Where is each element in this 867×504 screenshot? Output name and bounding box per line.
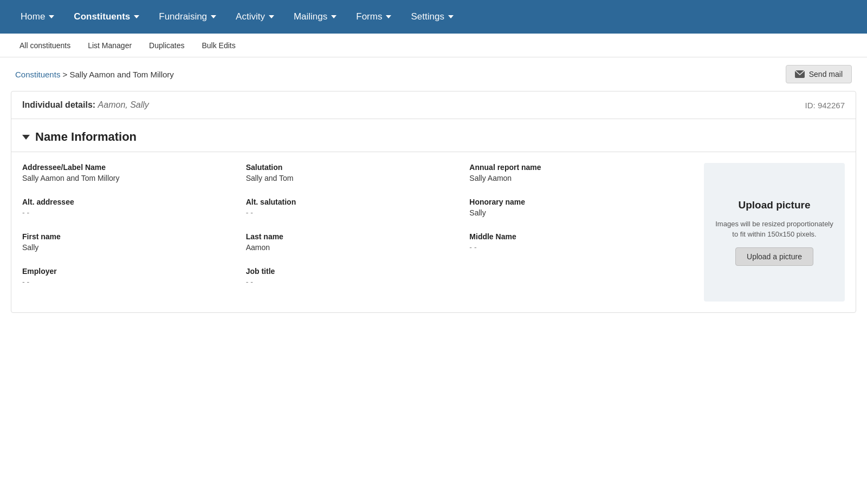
nav-activity-label: Activity — [236, 11, 265, 22]
chevron-down-icon — [331, 15, 337, 18]
nav-activity[interactable]: Activity — [226, 0, 284, 34]
nav-home[interactable]: Home — [11, 0, 64, 34]
field-salutation: Salutation Sally and Tom — [246, 163, 470, 182]
nav-forms-label: Forms — [356, 11, 382, 22]
fields-row-2: Alt. addressee - - Alt. salutation - - H… — [22, 198, 693, 217]
nav-fundraising[interactable]: Fundraising — [149, 0, 226, 34]
section-collapse-icon[interactable] — [22, 135, 30, 140]
upload-picture-title: Upload picture — [738, 199, 810, 211]
middle-name-label: Middle Name — [469, 232, 682, 241]
upload-picture-description: Images will be resized proportionately t… — [715, 219, 834, 240]
field-first-name: First name Sally — [22, 232, 246, 252]
honorary-name-label: Honorary name — [469, 198, 682, 206]
chevron-down-icon — [269, 15, 274, 18]
fields-area: Addressee/Label Name Sally Aamon and Tom… — [11, 152, 856, 312]
honorary-name-value: Sally — [469, 208, 682, 217]
top-navigation: Home Constituents Fundraising Activity M… — [0, 0, 867, 34]
nav-forms[interactable]: Forms — [346, 0, 401, 34]
chevron-down-icon — [49, 15, 54, 18]
fields-row-3: First name Sally Last name Aamon Middle … — [22, 232, 693, 252]
alt-addressee-value: - - — [22, 208, 235, 217]
field-middle-name: Middle Name - - — [469, 232, 693, 252]
nav-mailings[interactable]: Mailings — [284, 0, 346, 34]
chevron-down-icon — [448, 15, 454, 18]
employer-value: - - — [22, 278, 235, 286]
field-alt-salutation: Alt. salutation - - — [246, 198, 470, 217]
salutation-label: Salutation — [246, 163, 459, 172]
upload-picture-button[interactable]: Upload a picture — [735, 247, 813, 266]
first-name-label: First name — [22, 232, 235, 241]
fields-row-1: Addressee/Label Name Sally Aamon and Tom… — [22, 163, 693, 182]
alt-salutation-value: - - — [246, 208, 459, 217]
section-title: Name Information — [35, 130, 137, 144]
last-name-value: Aamon — [246, 243, 459, 252]
subnav-all-constituents[interactable]: All constituents — [11, 34, 79, 57]
subnav-list-manager[interactable]: List Manager — [79, 34, 140, 57]
individual-details-card: Individual details: Aamon, Sally ID: 942… — [11, 91, 856, 313]
subnav-bulk-edits[interactable]: Bulk Edits — [193, 34, 244, 57]
upload-picture-panel: Upload picture Images will be resized pr… — [704, 163, 845, 302]
field-job-title: Job title - - — [246, 267, 470, 286]
card-header: Individual details: Aamon, Sally ID: 942… — [11, 91, 856, 119]
card-header-name: Aamon, Sally — [98, 100, 149, 109]
field-annual-report-name: Annual report name Sally Aamon — [469, 163, 693, 182]
nav-home-label: Home — [21, 11, 45, 22]
mail-icon — [795, 70, 805, 78]
chevron-down-icon — [211, 15, 216, 18]
field-last-name: Last name Aamon — [246, 232, 470, 252]
card-header-title: Individual details: Aamon, Sally — [22, 100, 149, 110]
fields-main: Addressee/Label Name Sally Aamon and Tom… — [22, 163, 693, 302]
nav-constituents[interactable]: Constituents — [64, 0, 149, 34]
last-name-label: Last name — [246, 232, 459, 241]
id-label: ID: — [805, 101, 816, 110]
nav-settings[interactable]: Settings — [401, 0, 463, 34]
card-header-id: ID: 942267 — [805, 101, 845, 110]
job-title-value: - - — [246, 278, 459, 286]
field-honorary-name: Honorary name Sally — [469, 198, 693, 217]
send-mail-button[interactable]: Send mail — [786, 65, 852, 83]
send-mail-label: Send mail — [809, 70, 843, 78]
chevron-down-icon — [134, 15, 139, 18]
chevron-down-icon — [386, 15, 391, 18]
sub-navigation: All constituents List Manager Duplicates… — [0, 34, 867, 57]
annual-report-name-label: Annual report name — [469, 163, 682, 172]
breadcrumb: Constituents > Sally Aamon and Tom Millo… — [15, 70, 174, 79]
breadcrumb-bar: Constituents > Sally Aamon and Tom Millo… — [0, 57, 867, 91]
subnav-duplicates[interactable]: Duplicates — [140, 34, 193, 57]
id-value: 942267 — [818, 101, 845, 110]
nav-settings-label: Settings — [411, 11, 444, 22]
nav-mailings-label: Mailings — [294, 11, 327, 22]
addressee-label-name-value: Sally Aamon and Tom Millory — [22, 174, 235, 182]
breadcrumb-current: Sally Aamon and Tom Millory — [70, 70, 174, 79]
nav-constituents-label: Constituents — [74, 11, 130, 22]
annual-report-name-value: Sally Aamon — [469, 174, 682, 182]
field-employer: Employer - - — [22, 267, 246, 286]
salutation-value: Sally and Tom — [246, 174, 459, 182]
employer-label: Employer — [22, 267, 235, 276]
field-alt-addressee: Alt. addressee - - — [22, 198, 246, 217]
breadcrumb-separator: > — [63, 70, 70, 79]
name-information-section-header[interactable]: Name Information — [11, 119, 856, 152]
alt-salutation-label: Alt. salutation — [246, 198, 459, 206]
card-header-prefix: Individual details: — [22, 100, 95, 109]
fields-row-4: Employer - - Job title - - — [22, 267, 693, 286]
nav-fundraising-label: Fundraising — [159, 11, 207, 22]
breadcrumb-link[interactable]: Constituents — [15, 70, 60, 79]
addressee-label-name-label: Addressee/Label Name — [22, 163, 235, 172]
middle-name-value: - - — [469, 243, 682, 252]
job-title-label: Job title — [246, 267, 459, 276]
alt-addressee-label: Alt. addressee — [22, 198, 235, 206]
field-addressee-label-name: Addressee/Label Name Sally Aamon and Tom… — [22, 163, 246, 182]
first-name-value: Sally — [22, 243, 235, 252]
